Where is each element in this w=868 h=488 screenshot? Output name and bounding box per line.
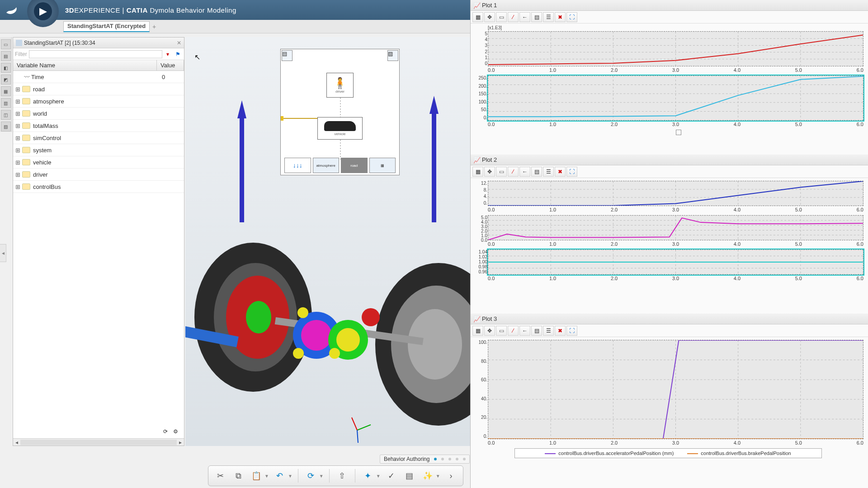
filter-input[interactable] [29, 50, 162, 58]
close-panel-button[interactable]: ✕ [177, 40, 181, 46]
chart-plot1-upper[interactable]: 543210 [488, 31, 863, 66]
plot-tool-button[interactable]: ✥ [484, 326, 495, 336]
plot-tool-button[interactable]: ← [519, 12, 530, 22]
chart-plot2-b[interactable]: 5.04.03.02.01.00.0 [488, 215, 863, 240]
plot2-title-bar[interactable]: 📈Plot 2 [471, 155, 868, 165]
variable-row[interactable]: ⊞road [13, 83, 184, 95]
bottom-toolbar: ✂ ⧉ 📋▼ ↶▼ ⟳▼ ⇧ ✦▼ ✓ ▤ ✨▼ › [208, 465, 463, 486]
undo-button[interactable]: ↶ [273, 469, 287, 483]
legend-item: controlBus.driverBus.acceleratorPedalPos… [545, 450, 674, 456]
col-value[interactable]: Value [157, 60, 184, 70]
chart-plot1-lower[interactable]: 250.200.150.100.50.0. [488, 75, 863, 121]
variable-row[interactable]: ⊞vehicle [13, 156, 184, 169]
plot-title: Plot 1 [482, 2, 497, 9]
scroll-left-button[interactable]: ◂ [13, 439, 20, 446]
foot-icon[interactable]: ⚙ [173, 428, 181, 436]
chart-plot3[interactable]: 100.80.60.40.20.0. [488, 340, 863, 439]
variable-row[interactable]: ⊞world [13, 108, 184, 120]
variable-row[interactable]: ⊞controlBus [13, 181, 184, 193]
legend-item: controlBus.driverBus.brakePedalPosition [687, 450, 791, 456]
tool-icon[interactable]: ◫ [1, 110, 11, 120]
filter-red-icon[interactable]: ▾ [163, 50, 172, 59]
tool-icon[interactable]: ◧ [1, 63, 11, 73]
svg-marker-3 [237, 100, 246, 118]
variable-browser-tab[interactable]: StandingStartAT [2] (15:30:34 ✕ [13, 38, 184, 48]
chart-plot2-a[interactable]: 12.8.4.0. [488, 181, 863, 206]
mode-dot[interactable] [448, 458, 451, 460]
plot-tool-button[interactable]: ▭ [496, 12, 507, 22]
hscrollbar[interactable]: ◂ ▸ [13, 438, 184, 446]
tool-icon[interactable]: ▤ [1, 51, 11, 61]
tool-icon[interactable]: ▧ [1, 122, 11, 131]
plot-tool-button[interactable]: ▤ [531, 12, 542, 22]
authoring-mode-row[interactable]: Behavior Authoring [380, 455, 470, 464]
paste-button[interactable]: 📋 [249, 469, 264, 483]
add-tab-button[interactable]: + [152, 23, 156, 30]
plot1-title-bar[interactable]: 📈Plot 1 [471, 0, 868, 11]
plot-tool-button[interactable]: ▤ [531, 167, 542, 177]
chart-plot2-c[interactable]: 1.041.021.000.980.96 [488, 249, 863, 275]
run-button[interactable]: ✦ [361, 469, 375, 483]
tool-icon[interactable]: ▦ [1, 86, 11, 96]
variable-row[interactable]: ⊞system [13, 144, 184, 156]
plot-tool-button[interactable]: ✖ [555, 12, 566, 22]
plot-tool-button[interactable]: ⛶ [566, 167, 577, 177]
plot-tool-button[interactable]: ⛶ [566, 12, 577, 22]
refresh-button[interactable]: ⟳ [304, 469, 318, 483]
tool-icon[interactable]: ◩ [1, 75, 11, 84]
variable-row[interactable]: ⊞totalMass [13, 120, 184, 132]
document-tab[interactable]: StandingStartAT (Encrypted [63, 21, 150, 32]
mode-dot[interactable] [434, 458, 437, 460]
plot-tool-button[interactable]: ▤ [531, 326, 542, 336]
plot-tool-button[interactable]: ⛶ [566, 326, 577, 336]
variable-row[interactable]: ⊞driver [13, 169, 184, 181]
col-name[interactable]: Variable Name [13, 60, 157, 70]
plot-tool-button[interactable]: ✥ [484, 12, 495, 22]
collapse-handle[interactable]: ◂ [0, 244, 6, 262]
filter-flag-icon[interactable]: ⚑ [173, 50, 182, 59]
magic-button[interactable]: ✨ [420, 469, 435, 483]
plot-tool-button[interactable]: ☰ [543, 167, 554, 177]
share-button[interactable]: ⇧ [335, 469, 349, 483]
plot-tool-button[interactable]: ☰ [543, 326, 554, 336]
svg-point-13 [408, 309, 462, 380]
plot-tool-button[interactable]: ▭ [496, 326, 507, 336]
doc-button[interactable]: ▤ [402, 469, 417, 483]
play-icon[interactable]: ▶ [34, 2, 52, 20]
plot-tool-button[interactable]: ▦ [472, 12, 483, 22]
plot-tool-button[interactable]: ← [519, 167, 530, 177]
check-button[interactable]: ✓ [384, 469, 399, 483]
plot-tool-button[interactable]: ✖ [555, 167, 566, 177]
plot-tool-button[interactable]: ⁄ [508, 326, 519, 336]
plot-tool-button[interactable]: ✖ [555, 326, 566, 336]
3d-viewport[interactable]: ↖ ▤ ▨ 🧍driver vehicle ↓↓↓ atmosphere roa… [185, 37, 470, 446]
plot-icon: 📈 [473, 2, 480, 9]
variable-row[interactable]: ⊞simControl [13, 132, 184, 144]
brand-logo-icon [4, 2, 20, 18]
mode-dot[interactable] [456, 458, 458, 460]
foot-icon[interactable]: ⟳ [163, 428, 171, 436]
copy-button[interactable]: ⧉ [231, 469, 245, 483]
slider-thumb[interactable] [676, 130, 681, 135]
tool-icon[interactable]: ▥ [1, 98, 11, 108]
plot-tool-button[interactable]: ▭ [496, 167, 507, 177]
plot-tool-button[interactable]: ← [519, 326, 530, 336]
plot-tool-button[interactable]: ⁄ [508, 12, 519, 22]
more-button[interactable]: › [444, 469, 458, 483]
mode-dot[interactable] [463, 458, 466, 460]
plot-tool-button[interactable]: ✥ [484, 167, 495, 177]
scroll-track[interactable] [20, 440, 177, 445]
plot-tool-button[interactable]: ☰ [543, 12, 554, 22]
plot-tool-button[interactable]: ▦ [472, 167, 483, 177]
cut-button[interactable]: ✂ [213, 469, 227, 483]
variable-row[interactable]: 〰Time0 [13, 71, 184, 83]
plot3-title-bar[interactable]: 📈Plot 3 [471, 314, 868, 324]
mode-dot[interactable] [441, 458, 444, 460]
scroll-right-button[interactable]: ▸ [177, 439, 184, 446]
plot-tool-button[interactable]: ⁄ [508, 167, 519, 177]
time-slider[interactable] [488, 130, 863, 136]
tool-icon[interactable]: ▭ [1, 39, 11, 49]
variable-row[interactable]: ⊞atmosphere [13, 95, 184, 108]
svg-point-23 [329, 348, 340, 359]
plot-tool-button[interactable]: ▦ [472, 326, 483, 336]
